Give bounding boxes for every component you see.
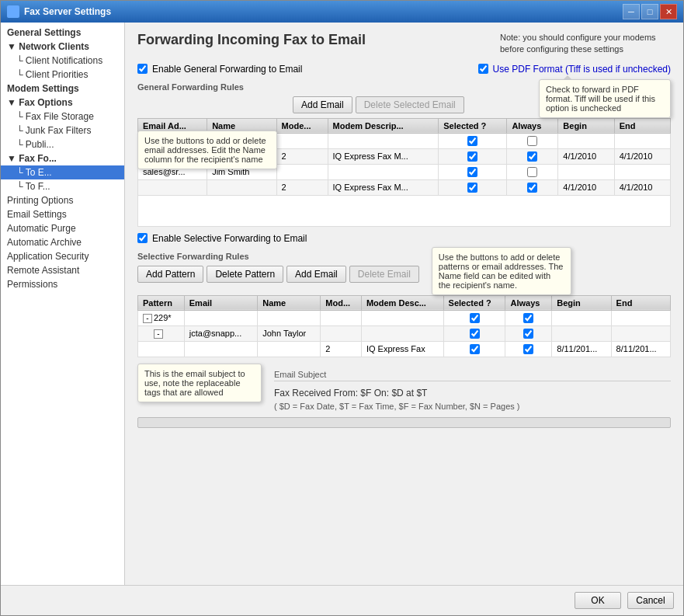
- use-pdf-checkbox[interactable]: [478, 64, 488, 74]
- cell-mode: [276, 133, 328, 148]
- sidebar-item-remote-assistant[interactable]: Remote Assistant: [1, 263, 124, 277]
- cancel-button[interactable]: Cancel: [627, 592, 674, 609]
- sidebar-item-fax-forwarding[interactable]: ▼ Fax Fo...: [1, 151, 124, 165]
- cell-begin: 4/1/2010: [558, 179, 614, 195]
- cell-end: 8/11/201...: [611, 341, 670, 357]
- table-row: -229*: [138, 310, 671, 325]
- email-subject-label: Email Subject: [274, 370, 671, 381]
- cell-pattern: [138, 341, 185, 357]
- titlebar: Fax Server Settings ─ □ ✕: [1, 1, 683, 23]
- cell-modem-desc: IQ Express Fax M...: [328, 148, 439, 164]
- cell-name: [207, 179, 276, 195]
- cell-selected: [443, 341, 505, 357]
- col-begin: Begin: [552, 295, 611, 310]
- cell-modem-desc: [328, 133, 439, 148]
- cell-always: [507, 179, 558, 195]
- sidebar-item-permissions[interactable]: Permissions: [1, 277, 124, 291]
- selective-forwarding-label: Selective Forwarding Rules Add Pattern D…: [137, 247, 419, 287]
- expand-button2[interactable]: -: [154, 329, 163, 339]
- selective-label-row: Selective Forwarding Rules Add Pattern D…: [137, 247, 671, 295]
- sidebar-item-fax-options[interactable]: ▼ Fax Options: [1, 96, 124, 110]
- add-email-selective-button[interactable]: Add Email: [286, 266, 346, 283]
- sidebar-item-fax-file-storage[interactable]: └ Fax File Storage: [1, 110, 124, 124]
- minimize-button[interactable]: ─: [623, 4, 640, 19]
- main-window: Fax Server Settings ─ □ ✕ General Settin…: [0, 0, 684, 616]
- delete-pattern-button[interactable]: Delete Pattern: [207, 266, 283, 283]
- sidebar-item-client-priorities[interactable]: └ Client Priorities: [1, 68, 124, 82]
- selective-forwarding-section: Enable Selective Forwarding to Email Sel…: [137, 233, 671, 411]
- delete-email-button[interactable]: Delete Selected Email: [356, 96, 464, 113]
- sidebar-item-automatic-archive[interactable]: Automatic Archive: [1, 235, 124, 249]
- triangle-icon2: ▼: [7, 97, 19, 108]
- expand-button[interactable]: -: [143, 314, 152, 323]
- sidebar-item-to-fax[interactable]: └ To F...: [1, 179, 124, 193]
- col-modem-desc: Modem Desc...: [361, 295, 443, 310]
- cell-always: [507, 164, 558, 179]
- cell-mode: [276, 164, 328, 179]
- add-pattern-button[interactable]: Add Pattern: [137, 266, 203, 283]
- sidebar-item-junk-fax-filters[interactable]: └ Junk Fax Filters: [1, 124, 124, 137]
- content-area: General Settings ▼ Network Clients └ Cli…: [1, 23, 683, 585]
- cell-email: jcta@snapp...: [184, 325, 257, 341]
- sidebar-item-client-notifications[interactable]: └ Client Notifications: [1, 54, 124, 68]
- sidebar-item-email-settings[interactable]: Email Settings: [1, 207, 124, 221]
- ok-button[interactable]: OK: [575, 592, 621, 609]
- cell-end: [611, 325, 670, 341]
- tooltip-email-subject: This is the email subject to use, note t…: [137, 364, 262, 402]
- horizontal-scrollbar[interactable]: [137, 417, 671, 428]
- cell-always: [505, 341, 552, 357]
- cell-mode: 2: [276, 179, 328, 195]
- maximize-button[interactable]: □: [641, 4, 658, 19]
- sidebar-item-to-email[interactable]: └ To E...: [1, 165, 124, 179]
- use-pdf-row: Use PDF Format (Tiff is used if unchecke…: [478, 64, 671, 75]
- cell-mode: 2: [276, 148, 328, 164]
- col-email: Email: [184, 295, 257, 310]
- titlebar-controls: ─ □ ✕: [623, 4, 677, 19]
- email-subject-area: This is the email subject to use, note t…: [137, 364, 671, 411]
- selective-forwarding-table-wrapper: Pattern Email Name Mod... Modem Desc... …: [137, 295, 671, 357]
- cell-selected: [439, 148, 507, 164]
- tooltip-add-delete: Use the buttons to add or delete email a…: [137, 131, 277, 169]
- cell-end: [614, 133, 670, 148]
- sidebar-item-general-settings[interactable]: General Settings: [1, 26, 124, 40]
- col-end: End: [611, 295, 670, 310]
- col-selected: Selected ?: [443, 295, 505, 310]
- col-name: Name: [258, 295, 321, 310]
- table-row: 2 IQ Express Fax 8/11/201... 8/11/201...: [138, 341, 671, 357]
- enable-selective-checkbox[interactable]: [137, 233, 148, 243]
- cell-begin: [558, 164, 614, 179]
- cell-email: [184, 310, 257, 325]
- table-row: 2 IQ Express Fax M... 4/1/2010 4/1/2010: [138, 179, 671, 195]
- cell-modem-desc: [361, 310, 443, 325]
- enable-row: Enable General Forwarding to Email Use P…: [137, 61, 671, 78]
- cell-always: [507, 133, 558, 148]
- use-pdf-area: Use PDF Format (Tiff is used if unchecke…: [478, 61, 671, 78]
- titlebar-left: Fax Server Settings: [7, 5, 111, 18]
- cell-modem-desc: [361, 325, 443, 341]
- page-title: Forwarding Incoming Fax to Email: [137, 32, 366, 48]
- cell-begin: [558, 133, 614, 148]
- col-end: End: [614, 118, 670, 133]
- sidebar-item-application-security[interactable]: Application Security: [1, 249, 124, 263]
- cell-selected: [439, 179, 507, 195]
- cell-begin: [552, 325, 611, 341]
- sidebar-item-modem-settings[interactable]: Modem Settings: [1, 82, 124, 96]
- sidebar-item-publish[interactable]: └ Publi...: [1, 137, 124, 151]
- enable-general-forwarding-checkbox[interactable]: [137, 64, 148, 74]
- add-email-button[interactable]: Add Email: [293, 96, 352, 113]
- cell-always: [505, 310, 552, 325]
- sidebar-item-network-clients[interactable]: ▼ Network Clients: [1, 40, 124, 54]
- cell-selected: [443, 310, 505, 325]
- sidebar-item-automatic-purge[interactable]: Automatic Purge: [1, 221, 124, 235]
- col-begin: Begin: [558, 118, 614, 133]
- use-pdf-label: Use PDF Format (Tiff is used if unchecke…: [493, 64, 671, 75]
- cell-email: [138, 179, 207, 195]
- cell-end: 4/1/2010: [614, 148, 670, 164]
- cell-end: [614, 164, 670, 179]
- enable-general-forwarding-row: Enable General Forwarding to Email: [137, 64, 302, 75]
- cell-always: [507, 148, 558, 164]
- delete-email-selective-button[interactable]: Delete Email: [349, 266, 419, 283]
- sidebar-item-printing-options[interactable]: Printing Options: [1, 193, 124, 207]
- close-button[interactable]: ✕: [660, 4, 677, 19]
- col-mod: Mod...: [321, 295, 362, 310]
